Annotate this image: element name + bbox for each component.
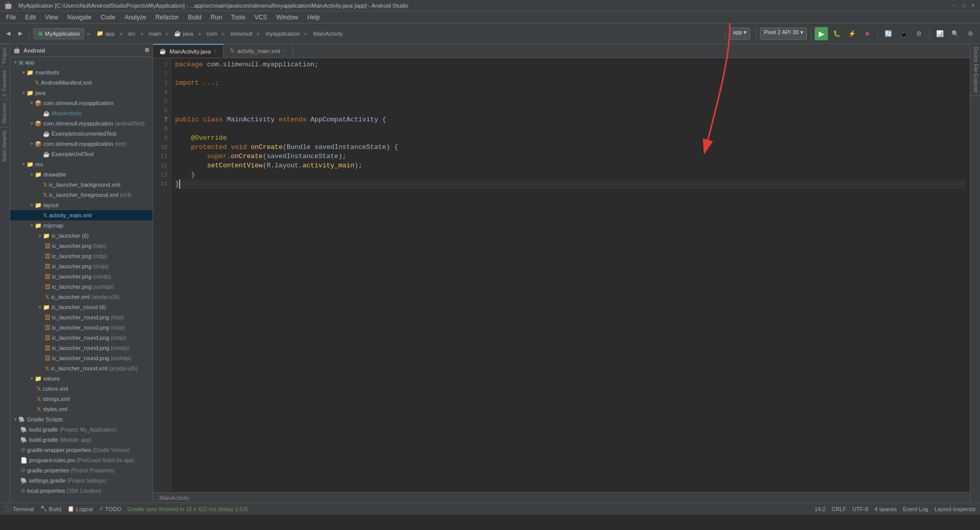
tree-item-build-gradle-project[interactable]: 🐘 build.gradle (Project: My_Application) — [10, 424, 153, 435]
tree-item-layout[interactable]: ▾ 📁 layout — [10, 200, 153, 210]
tree-item-mipmap[interactable]: ▾ 📁 mipmap — [10, 220, 153, 231]
tree-item-ic-launcher-round-hdpi[interactable]: 🖼 ic_launcher_round.png (hdpi) — [10, 312, 153, 322]
breadcrumb-com[interactable]: com — [204, 27, 220, 41]
tree-item-activity-main[interactable]: 𝕏 activity_main.xml — [10, 210, 153, 220]
settings-button[interactable]: ⚙ — [964, 27, 977, 40]
event-log-button[interactable]: Event Log — [903, 506, 928, 512]
encoding[interactable]: UTF-8 — [852, 506, 868, 512]
tree-item-ic-launcher-xxhdpi[interactable]: 🖼 ic_launcher.png (xxhdpi) — [10, 271, 153, 282]
tree-item-exampleunittest[interactable]: ☕ ExampleUnitTest — [10, 149, 153, 159]
sdk-manager-button[interactable]: ⚙ — [912, 27, 925, 40]
tree-item-ic-launcher-folder[interactable]: ▾ 📁 ic_launcher (6) — [10, 231, 153, 241]
tree-item-gradle-scripts[interactable]: ▾ 🐘 Gradle Scripts — [10, 414, 153, 424]
debug-button[interactable]: 🐛 — [830, 27, 843, 40]
indent[interactable]: 4 spaces — [874, 506, 897, 512]
menu-tools[interactable]: Tools — [227, 13, 250, 22]
tree-item-package-androidtest[interactable]: ▾ 📦 com.slimenull.myapplication (android… — [10, 118, 153, 129]
menu-run[interactable]: Run — [207, 13, 226, 22]
build-button[interactable]: 🔨 Build — [40, 506, 61, 512]
tree-item-settings-gradle[interactable]: 🐘 settings.gradle (Project Settings) — [10, 475, 153, 486]
tree-item-ic-launcher-anydpi[interactable]: 𝕏 ic_launcher.xml (anydpi-v26) — [10, 292, 153, 302]
tab-activity-main[interactable]: 𝕏 activity_main.xml × — [224, 44, 293, 58]
maximize-button[interactable]: □ — [961, 3, 967, 9]
breadcrumb-java[interactable]: ☕ java — [171, 27, 196, 41]
tree-item-local-properties[interactable]: ⚙ local.properties (SDK Location) — [10, 486, 153, 496]
tree-item-androidmanifest[interactable]: 𝕏 AndroidManifest.xml — [10, 78, 153, 88]
favorites-tab[interactable]: 2: Favorites — [0, 66, 10, 99]
config-selector[interactable]: app ▾ — [729, 28, 750, 40]
sync-button[interactable]: 🔄 — [881, 27, 895, 40]
tree-item-ic-launcher-hdpi[interactable]: 🖼 ic_launcher.png (hdpi) — [10, 241, 153, 251]
breadcrumb-main[interactable]: main — [146, 27, 164, 41]
apply-changes-button[interactable]: ⚡ — [845, 27, 859, 40]
tree-item-java[interactable]: ▾ 📁 java — [10, 88, 153, 98]
tab-close-mainactivity[interactable]: × — [214, 48, 217, 54]
menu-edit[interactable]: Edit — [21, 13, 40, 22]
tree-item-package-test[interactable]: ▾ 📦 com.slimenull.myapplication (test) — [10, 139, 153, 149]
code-editor[interactable]: package com.slimenull.myapplication; imp… — [171, 58, 970, 492]
run-button[interactable]: ▶ — [815, 27, 828, 40]
gear-icon[interactable]: ⚙ — [144, 47, 150, 54]
tree-item-package-main[interactable]: ▾ 📦 com.slimenull.myapplication — [10, 98, 153, 108]
tree-item-app[interactable]: ▾ ▣ app — [10, 57, 153, 67]
tab-mainactivity[interactable]: ☕ MainActivity.java × — [153, 44, 224, 58]
menu-view[interactable]: View — [41, 13, 62, 22]
layout-inspector-button[interactable]: Layout Inspector — [935, 506, 976, 512]
minimize-button[interactable]: − — [951, 3, 958, 9]
breadcrumb-src[interactable]: src — [125, 27, 139, 41]
project-tab[interactable]: Project — [0, 44, 10, 66]
tree-item-ic-launcher-xhdpi[interactable]: 🖼 ic_launcher.png (xhdpi) — [10, 261, 153, 271]
logcat-button[interactable]: 📋 Logcat — [67, 506, 93, 512]
device-selector[interactable]: Pixel 2 API 30 ▾ — [760, 28, 807, 40]
tree-item-res[interactable]: ▾ 📁 res — [10, 159, 153, 169]
menu-refactor[interactable]: Refactor — [152, 13, 183, 22]
menu-build[interactable]: Build — [184, 13, 206, 22]
toolbar-back-button[interactable]: ◀ — [3, 27, 13, 41]
breadcrumb-mainactivity[interactable]: MainActivity — [310, 27, 346, 41]
tree-item-drawable[interactable]: ▾ 📁 drawable — [10, 169, 153, 180]
search-everywhere-button[interactable]: 🔍 — [948, 27, 962, 40]
toolbar-forward-button[interactable]: ▶ — [15, 27, 26, 41]
tree-item-ic-launcher-xxxhdpi[interactable]: 🖼 ic_launcher.png (xxxhdpi) — [10, 282, 153, 292]
tree-item-gradle-wrapper[interactable]: ⚙ gradle-wrapper.properties (Gradle Vers… — [10, 445, 153, 455]
tree-item-strings[interactable]: 𝕏 strings.xml — [10, 394, 153, 404]
tree-item-ic-launcher-bg[interactable]: 𝕏 ic_launcher_background.xml — [10, 180, 153, 190]
menu-vcs[interactable]: VCS — [251, 13, 272, 22]
tree-item-ic-launcher-round-anydpi[interactable]: 𝕏 ic_launcher_round.xml (anydpi-v26) — [10, 363, 153, 373]
breadcrumb-app[interactable]: 📁 app — [93, 27, 117, 41]
breadcrumb-slimenull[interactable]: slimenull — [227, 27, 255, 41]
tree-item-manifests[interactable]: ▾ 📁 manifests — [10, 67, 153, 78]
tree-item-gradle-properties[interactable]: ⚙ gradle.properties (Project Properties) — [10, 465, 153, 475]
tree-item-mainactivity[interactable]: ☕ MainActivity — [10, 108, 153, 118]
tree-item-ic-launcher-round-xxxhdpi[interactable]: 🖼 ic_launcher_round.png (xxxhdpi) — [10, 353, 153, 363]
menu-code[interactable]: Code — [96, 13, 119, 22]
tree-item-styles[interactable]: 𝕏 styles.xml — [10, 404, 153, 414]
tree-item-exampleinstrumentedtest[interactable]: ☕ ExampleInstrumentedTest — [10, 129, 153, 139]
tree-item-ic-launcher-mdpi[interactable]: 🖼 ic_launcher.png (mdpi) — [10, 251, 153, 261]
stop-button[interactable]: ■ — [861, 27, 874, 40]
tree-item-proguard[interactable]: 📄 proguard-rules.pro (ProGuard Rules for… — [10, 455, 153, 465]
menu-analyze[interactable]: Analyze — [120, 13, 151, 22]
line-ending[interactable]: CRLF — [831, 506, 846, 512]
menu-help[interactable]: Help — [303, 13, 324, 22]
tree-item-colors[interactable]: 𝕏 colors.xml — [10, 384, 153, 394]
menu-window[interactable]: Window — [272, 13, 302, 22]
avd-manager-button[interactable]: 📱 — [897, 27, 910, 40]
close-button[interactable]: × — [970, 3, 976, 9]
tree-item-build-gradle-module[interactable]: 🐘 build.gradle (Module: app) — [10, 435, 153, 445]
breadcrumb-myapplication[interactable]: myapplication — [262, 27, 303, 41]
tree-item-ic-launcher-round-xxhdpi[interactable]: 🖼 ic_launcher_round.png (xxhdpi) — [10, 343, 153, 353]
menu-navigate[interactable]: Navigate — [63, 13, 95, 22]
tree-item-ic-launcher-round-mdpi[interactable]: 🖼 ic_launcher_round.png (mdpi) — [10, 322, 153, 333]
profiler-button[interactable]: 📊 — [933, 27, 946, 40]
todo-button[interactable]: ✓ TODO — [99, 506, 121, 512]
tree-item-values[interactable]: ▾ 📁 values — [10, 373, 153, 384]
tree-item-ic-launcher-fg[interactable]: 𝕏 ic_launcher_foreground.xml (v24) — [10, 190, 153, 200]
menu-file[interactable]: File — [2, 13, 20, 22]
terminal-button[interactable]: ⬛ Terminal — [4, 506, 34, 512]
tree-item-ic-launcher-round-xhdpi[interactable]: 🖼 ic_launcher_round.png (xhdpi) — [10, 333, 153, 343]
device-file-explorer-tab[interactable]: Device File Explorer — [970, 44, 980, 96]
structure-tab[interactable]: Structure — [0, 99, 10, 127]
build-variants-tab[interactable]: Build Variants — [0, 127, 10, 165]
tree-item-ic-launcher-round-folder[interactable]: ▾ 📁 ic_launcher_round (6) — [10, 302, 153, 312]
